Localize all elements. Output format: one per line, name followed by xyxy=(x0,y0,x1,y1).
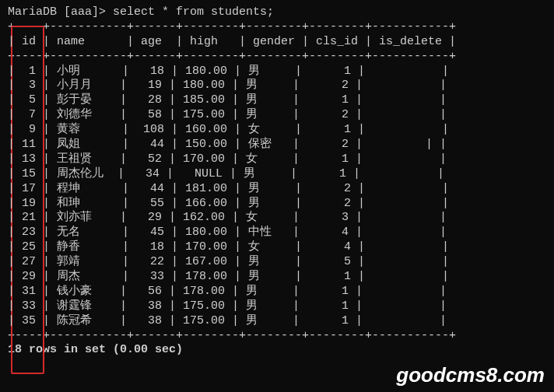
table-row: | 3 | 小月月 | 19 | 180.00 | 男 | 2 | | xyxy=(8,79,546,93)
table-row: | 15 | 周杰伦儿 | 34 | NULL | 男 | 1 | | xyxy=(8,167,546,182)
table-row: | 5 | 彭于晏 | 28 | 185.00 | 男 | 1 | | xyxy=(8,93,546,108)
sql-query: select * from students; xyxy=(113,5,274,19)
terminal-output: MariaDB [aaa]> select * from students; +… xyxy=(8,5,546,358)
rows-in-set-status: 18 rows in set (0.00 sec) xyxy=(8,343,546,358)
table-row: | 7 | 刘德华 | 58 | 175.00 | 男 | 2 | | xyxy=(8,108,546,123)
table-row: | 35 | 陈冠希 | 38 | 175.00 | 男 | 1 | | xyxy=(8,314,546,329)
table-border-top: +----+-----------+------+--------+------… xyxy=(8,20,546,35)
table-border-mid: +----+-----------+------+--------+------… xyxy=(8,50,546,65)
table-row: | 33 | 谢霆锋 | 38 | 175.00 | 男 | 1 | | xyxy=(8,299,546,314)
table-row: | 25 | 静香 | 18 | 170.00 | 女 | 4 | | xyxy=(8,240,546,255)
table-row: | 29 | 周杰 | 33 | 178.00 | 男 | 1 | | xyxy=(8,270,546,285)
table-row: | 9 | 黄蓉 | 108 | 160.00 | 女 | 1 | | xyxy=(8,123,546,138)
table-row: | 13 | 王祖贤 | 52 | 170.00 | 女 | 1 | | xyxy=(8,152,546,167)
table-row: | 31 | 钱小豪 | 56 | 178.00 | 男 | 1 | | xyxy=(8,285,546,299)
db-prompt: MariaDB [aaa]> xyxy=(8,5,106,19)
table-row: | 17 | 程坤 | 44 | 181.00 | 男 | 2 | | xyxy=(8,182,546,197)
table-row: | 1 | 小明 | 18 | 180.00 | 男 | 1 | | xyxy=(8,65,546,79)
table-row: | 19 | 和珅 | 55 | 166.00 | 男 | 2 | | xyxy=(8,197,546,212)
table-row: | 27 | 郭靖 | 22 | 167.00 | 男 | 5 | | xyxy=(8,255,546,270)
table-header-row: | id | name | age | high | gender | cls_… xyxy=(8,35,546,50)
table-row: | 11 | 凤姐 | 44 | 150.00 | 保密 | 2 | | | xyxy=(8,138,546,152)
table-row: | 21 | 刘亦菲 | 29 | 162.00 | 女 | 3 | | xyxy=(8,211,546,226)
table-row: | 23 | 无名 | 45 | 180.00 | 中性 | 4 | | xyxy=(8,226,546,240)
watermark-text: goodcms8.com xyxy=(396,362,545,388)
prompt-line[interactable]: MariaDB [aaa]> select * from students; xyxy=(8,5,546,20)
table-border-bottom: +----+-----------+------+--------+------… xyxy=(8,329,546,344)
